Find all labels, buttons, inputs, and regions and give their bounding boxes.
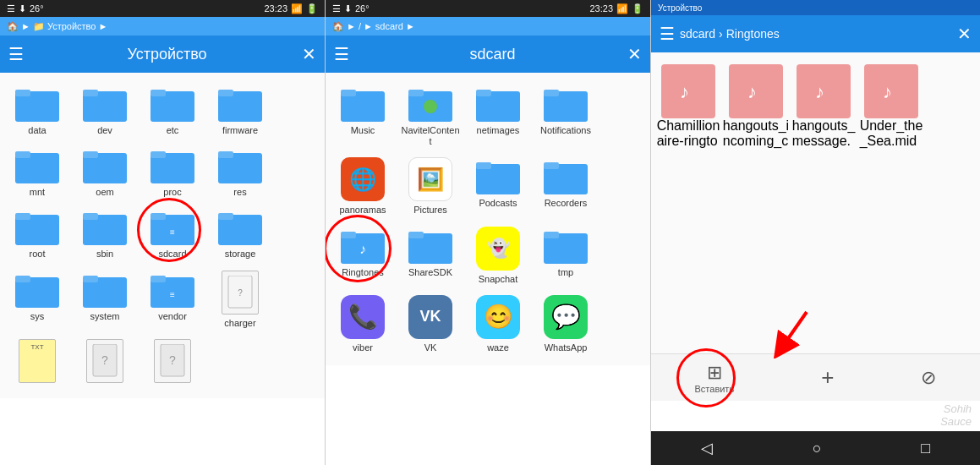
close-btn-3[interactable]: ✕ [957,24,972,44]
panel2-title: sdcard [358,46,627,63]
status-right-1: 23:23 📶 🔋 [264,3,318,14]
svg-text:♪: ♪ [815,81,824,102]
hamburger-2[interactable]: ☰ [334,44,349,64]
cancel-icon: ⊘ [921,367,936,389]
folder-navitel[interactable]: NavitelContent [397,79,464,152]
status-right-2: 23:23 📶 🔋 [589,3,643,14]
folder-data[interactable]: data [3,79,71,141]
paste-red-circle [676,348,736,408]
folder-music[interactable]: Music [329,79,397,152]
signal-icon-2: 📶 [616,3,628,14]
signal-icon-1: 📶 [291,3,303,14]
app-whatsapp[interactable]: 💬 WhatsApp [532,290,599,358]
svg-text:♪: ♪ [747,81,757,102]
svg-rect-31 [151,276,166,282]
nav-recent[interactable]: □ [921,440,930,457]
device-label-bc: Устройство [47,21,96,31]
svg-text:♪: ♪ [883,81,892,102]
file-unknown1[interactable]: ? [71,334,139,391]
folder-ringtones[interactable]: ♪ Ringtones [329,222,397,290]
sep-2a: ► [347,21,356,31]
close-btn-2[interactable]: ✕ [627,44,642,64]
sep-2c: ► [406,21,415,31]
title-bar-2: ☰ sdcard ✕ [326,36,650,73]
svg-rect-25 [218,213,233,220]
slash-bc: / [359,21,361,31]
svg-text:?: ? [101,353,108,367]
folder-oem[interactable]: oem [71,141,139,203]
bc-sdcard[interactable]: sdcard [680,27,715,41]
whatsapp-icon: 💬 [544,295,588,339]
folder-netimages[interactable]: netimages [464,79,532,152]
folder-res[interactable]: res [206,141,274,203]
svg-rect-20 [83,213,98,220]
folder-sharesdk[interactable]: ShareSDK [397,222,464,290]
svg-rect-6 [151,90,166,96]
svg-rect-4 [83,90,98,96]
svg-point-43 [424,100,437,113]
pictures-icon: 🖼️ [408,157,452,201]
breadcrumb-p3: sdcard › Ringtones [680,27,952,41]
add-button[interactable]: + [811,361,844,394]
file-charger[interactable]: ? charger [206,265,274,334]
app-vk[interactable]: VK VK [397,290,464,358]
folder-proc[interactable]: proc [139,141,206,203]
folder-dev[interactable]: dev [71,79,139,141]
file-txt[interactable]: TXT [3,334,71,391]
app-waze[interactable]: 😊 waze [464,290,532,358]
panel1-scroll: data dev etc firmware mnt oem [0,73,325,465]
app-snapchat[interactable]: 👻 Snapchat [464,222,532,290]
folder-pictures[interactable]: 🖼️ Pictures [397,152,464,221]
folder-panoramas[interactable]: 🌐 panoramas [329,152,397,221]
app-viber[interactable]: 📞 viber [329,290,397,358]
hamburger-3[interactable]: ☰ [660,24,675,44]
panel-ringtones: Устройство ☰ sdcard › Ringtones ✕ ♪ Cham… [651,0,980,465]
battery-icon-2: 🔋 [632,3,643,14]
folder-mnt[interactable]: mnt [3,141,71,203]
hamburger-1[interactable]: ☰ [8,44,24,64]
folder-etc[interactable]: etc [139,79,206,141]
breadcrumb-bar-1: 🏠 ► 📁 Устройство ► [0,17,325,36]
music-file-3[interactable]: ♪ hangouts_message. [790,59,857,154]
folder-vendor[interactable]: ≡ vendor [139,265,206,334]
svg-rect-53 [341,232,356,238]
folder-root[interactable]: root [3,203,71,265]
file-grid-1: data dev etc firmware mnt oem [0,73,325,398]
svg-text:?: ? [238,288,243,298]
status-left-1: ☰ ⬇ 26° [7,3,44,14]
svg-rect-2 [15,90,30,96]
cancel-button[interactable]: ⊘ [911,364,946,392]
folder-storage[interactable]: storage [206,203,274,265]
bc-ringtones[interactable]: Ringtones [726,27,780,41]
breadcrumb-bar-2: 🏠 ► / ► sdcard ► [326,17,650,36]
sim-icon-2: ☰ [332,3,341,14]
folder-firmware[interactable]: firmware [206,79,274,141]
watermark-text: SohihSauce [651,401,980,431]
panel1-title: Устройство [32,46,302,63]
watermark-container: SohihSauce [651,401,980,431]
vk-icon: VK [408,295,452,339]
nav-home[interactable]: ○ [813,440,822,457]
paste-label: Вставить [695,384,735,394]
svg-rect-58 [544,232,559,238]
paste-button[interactable]: ⊞ Вставить [685,358,745,397]
svg-rect-10 [15,151,30,158]
music-file-4[interactable]: ♪ Under_the_Sea.mid [857,59,925,154]
panoramas-icon: 🌐 [341,157,385,201]
music-thumb-1: ♪ [661,64,715,118]
file-unknown2[interactable]: ? [139,334,206,391]
music-file-1[interactable]: ♪ Chamillionaire-ringto [654,59,722,154]
folder-tmp[interactable]: tmp [532,222,599,290]
folder-sys[interactable]: sys [3,265,71,334]
folder-notifications[interactable]: Notifications [532,79,599,152]
nav-back[interactable]: ◁ [701,439,713,457]
folder-recorders[interactable]: Recorders [532,152,599,221]
svg-rect-42 [408,90,424,96]
close-btn-1[interactable]: ✕ [302,44,316,64]
svg-rect-16 [218,151,233,158]
folder-sdcard[interactable]: ≡ sdcard [139,203,206,265]
folder-sbin[interactable]: sbin [71,203,139,265]
folder-system[interactable]: system [71,265,139,334]
music-file-2[interactable]: ♪ hangouts_incoming_c [722,59,790,154]
folder-podcasts[interactable]: Podcasts [464,152,532,221]
